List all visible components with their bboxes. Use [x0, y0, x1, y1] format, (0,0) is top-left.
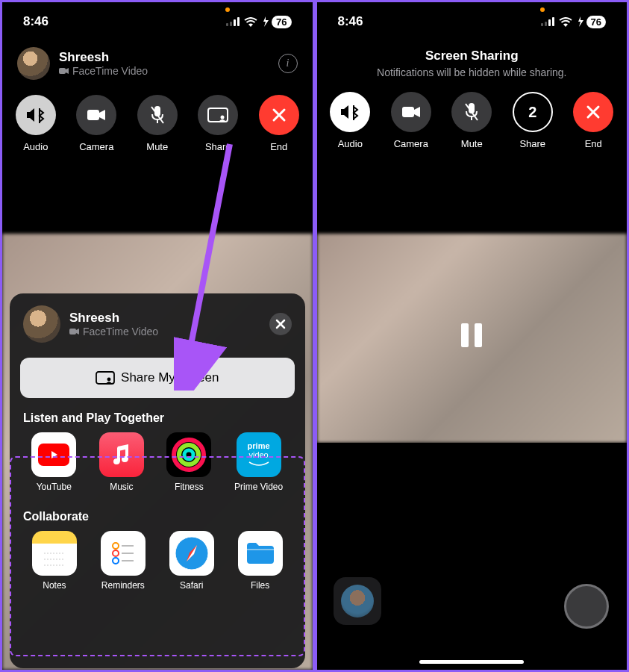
app-safari[interactable]: Safari [169, 531, 214, 591]
shareplay-icon [207, 108, 228, 122]
phone-left: 8:46 76 Shreesh FaceTime Video i [0, 0, 315, 672]
listen-section-title: Listen and Play Together [17, 398, 298, 432]
svg-rect-2 [234, 19, 236, 26]
speaker-bluetooth-icon [25, 107, 46, 123]
close-icon [272, 108, 287, 122]
share-my-screen-button[interactable]: Share My Screen [20, 358, 295, 398]
sheet-name: Shreesh [69, 311, 158, 326]
mute-button[interactable]: Mute [137, 95, 178, 152]
app-music[interactable]: Music [99, 432, 144, 492]
capture-button[interactable] [564, 584, 609, 629]
listen-apps-row: YouTube Music Fitness primevideo Prime [17, 432, 298, 497]
mic-off-icon [464, 102, 479, 122]
collab-section-title: Collaborate [17, 497, 298, 531]
status-time: 8:46 [338, 14, 363, 29]
wifi-icon [244, 17, 257, 27]
screen-share-preview [317, 443, 628, 670]
cellular-icon [541, 17, 554, 26]
screen-sharing-subtitle: Notifications will be hidden while shari… [317, 66, 628, 78]
camera-button[interactable]: Camera [76, 95, 116, 152]
notes-icon [32, 531, 77, 576]
svg-rect-37 [552, 17, 554, 26]
music-icon [99, 432, 144, 477]
svg-rect-1 [230, 22, 232, 26]
shareplay-icon [96, 371, 115, 385]
svg-rect-5 [87, 110, 99, 120]
svg-point-27 [113, 550, 119, 556]
screen-sharing-header: Screen Sharing Notifications will be hid… [317, 41, 628, 86]
svg-rect-33 [247, 549, 274, 550]
app-reminders[interactable]: Reminders [101, 531, 145, 591]
audio-button[interactable]: Audio [16, 95, 56, 152]
camera-button[interactable]: Camera [391, 92, 431, 149]
svg-rect-9 [208, 108, 228, 122]
svg-rect-3 [237, 17, 240, 26]
share-countdown-badge: 2 [513, 92, 553, 132]
sheet-avatar [23, 305, 60, 343]
svg-point-25 [113, 543, 119, 549]
svg-point-10 [221, 116, 225, 119]
share-button[interactable]: 2 Share [513, 92, 553, 149]
phone-right: 8:46 76 Screen Sharing Notifications wil… [315, 0, 630, 672]
youtube-icon [38, 444, 69, 466]
svg-rect-35 [545, 22, 547, 26]
share-button[interactable]: Share [198, 95, 238, 152]
caller-header: Shreesh FaceTime Video i [2, 41, 313, 89]
svg-rect-4 [59, 68, 66, 74]
camera-icon [87, 108, 106, 122]
status-bar: 8:46 76 [317, 2, 628, 41]
mic-off-icon [150, 105, 165, 125]
svg-rect-36 [548, 19, 551, 26]
camera-icon [401, 105, 421, 119]
app-notes[interactable]: Notes [32, 531, 77, 591]
app-youtube[interactable]: YouTube [31, 432, 76, 492]
pip-self-view[interactable] [334, 577, 381, 625]
call-controls: Audio Camera Mute 2 Share End [317, 86, 628, 160]
files-icon [238, 531, 283, 576]
svg-rect-0 [226, 23, 228, 26]
collab-apps-row: Notes Reminders Safari Files [17, 531, 298, 595]
svg-point-21 [184, 450, 193, 459]
close-icon [275, 319, 286, 329]
battery-indicator: 76 [262, 16, 291, 28]
cellular-icon [226, 17, 240, 26]
svg-rect-38 [402, 107, 414, 117]
reminders-icon [101, 531, 145, 576]
svg-rect-17 [96, 372, 114, 384]
fitness-icon [166, 432, 211, 477]
svg-rect-14 [69, 329, 76, 335]
app-prime-video[interactable]: primevideo Prime Video [234, 432, 283, 492]
svg-point-18 [107, 378, 111, 382]
video-icon [59, 67, 69, 75]
sheet-close-button[interactable] [269, 313, 292, 335]
status-time: 8:46 [23, 14, 48, 29]
caller-subtitle: FaceTime Video [59, 65, 148, 77]
speaker-bluetooth-icon [339, 104, 360, 120]
battery-indicator: 76 [577, 16, 606, 28]
mute-button[interactable]: Mute [451, 92, 492, 149]
recording-indicator-dot [540, 7, 545, 12]
wifi-icon [559, 17, 572, 27]
svg-point-20 [179, 445, 198, 464]
app-files[interactable]: Files [238, 531, 283, 591]
shareplay-sheet: Shreesh FaceTime Video Share My Screen L… [10, 293, 305, 668]
app-fitness[interactable]: Fitness [166, 432, 211, 492]
end-button[interactable]: End [573, 92, 613, 149]
home-indicator[interactable] [419, 660, 524, 664]
caller-name: Shreesh [59, 50, 148, 65]
self-avatar [341, 585, 374, 617]
info-button[interactable]: i [278, 54, 298, 73]
svg-point-29 [113, 558, 119, 564]
safari-icon [169, 531, 214, 576]
prime-video-icon: primevideo [237, 432, 281, 477]
video-icon [69, 328, 80, 335]
pause-icon [461, 323, 482, 347]
share-my-screen-label: Share My Screen [121, 370, 219, 385]
sheet-subtitle: FaceTime Video [69, 326, 158, 337]
caller-avatar[interactable] [17, 47, 50, 80]
end-button[interactable]: End [259, 95, 299, 152]
call-controls: Audio Camera Mute Share End [2, 89, 313, 163]
status-bar: 8:46 76 [2, 2, 313, 41]
audio-button[interactable]: Audio [330, 92, 370, 149]
svg-rect-34 [541, 23, 543, 26]
